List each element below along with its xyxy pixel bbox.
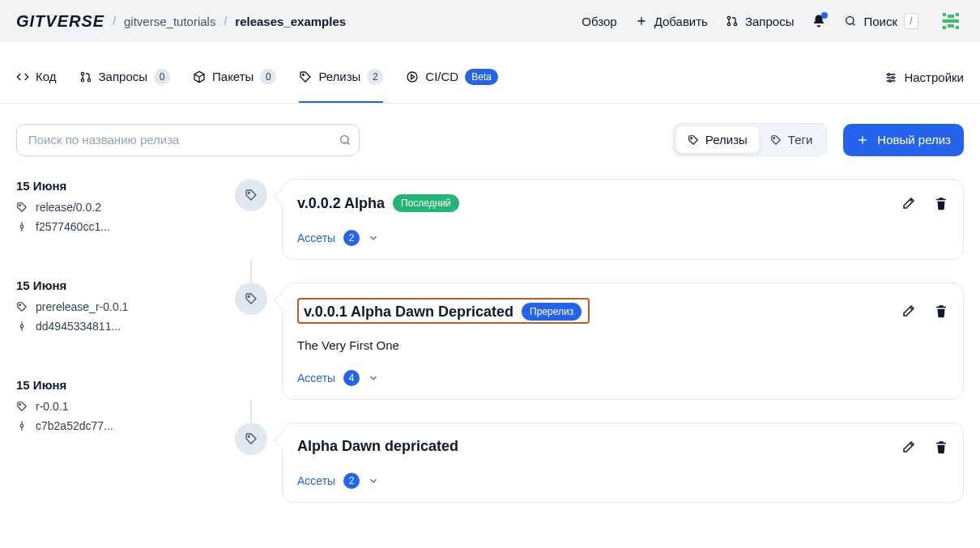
release-card: v.0.0.1 Alpha Dawn Depricated Пререлиз T… xyxy=(282,282,964,400)
release-search xyxy=(16,124,360,156)
breadcrumb-repo[interactable]: releases_examples xyxy=(235,15,346,28)
pull-request-icon xyxy=(726,15,739,28)
release-item: Alpha Dawn depricated Ассеты 2 xyxy=(235,423,964,503)
svg-rect-10 xyxy=(943,26,946,29)
svg-point-18 xyxy=(893,76,895,79)
tab-releases[interactable]: Релизы 2 xyxy=(299,52,383,103)
new-release-label: Новый релиз xyxy=(877,133,951,147)
svg-point-27 xyxy=(19,404,21,406)
tab-packages[interactable]: Пакеты 0 xyxy=(193,52,276,103)
svg-point-13 xyxy=(81,79,83,81)
svg-point-21 xyxy=(691,137,692,138)
nav-add[interactable]: Добавить xyxy=(635,15,708,28)
assets-label: Ассеты xyxy=(297,474,335,487)
svg-rect-9 xyxy=(948,24,954,28)
tab-cicd-badge: Beta xyxy=(465,69,498,85)
assets-count: 4 xyxy=(343,370,360,386)
settings-icon xyxy=(884,71,897,84)
svg-point-1 xyxy=(727,23,730,25)
delete-button[interactable] xyxy=(934,304,948,318)
release-tag[interactable]: prerelease_r-0.0.1 xyxy=(16,300,202,313)
breadcrumb: GITVERSE / gitverse_tutorials / releases… xyxy=(16,12,346,31)
avatar[interactable] xyxy=(936,6,965,36)
release-date: 15 Июня xyxy=(16,278,202,292)
pull-request-icon xyxy=(79,70,92,83)
status-badge: Последний xyxy=(393,194,459,212)
tab-code[interactable]: Код xyxy=(16,52,57,103)
svg-point-0 xyxy=(727,16,730,19)
svg-rect-7 xyxy=(948,15,954,18)
release-item: v.0.0.1 Alpha Dawn Depricated Пререлиз T… xyxy=(235,282,964,400)
release-card: Alpha Dawn depricated Ассеты 2 xyxy=(282,423,964,503)
release-description: The Very First One xyxy=(297,338,948,352)
svg-point-19 xyxy=(889,79,892,82)
new-release-button[interactable]: Новый релиз xyxy=(843,124,964,156)
tag-icon xyxy=(16,202,28,213)
release-search-input[interactable] xyxy=(16,124,360,156)
release-tag[interactable]: r-0.0.1 xyxy=(16,400,202,413)
tab-cicd[interactable]: CI/CD Beta xyxy=(406,52,498,103)
tab-releases-count: 2 xyxy=(367,69,383,85)
assets-toggle[interactable]: Ассеты 2 xyxy=(297,473,379,489)
assets-toggle[interactable]: Ассеты 2 xyxy=(297,230,379,246)
edit-button[interactable] xyxy=(901,440,916,454)
svg-point-29 xyxy=(248,192,249,193)
logo[interactable]: GITVERSE xyxy=(16,12,104,31)
release-commit[interactable]: dd4945334811... xyxy=(16,320,202,333)
assets-toggle[interactable]: Ассеты 4 xyxy=(297,370,379,386)
release-commit[interactable]: f2577460cc1... xyxy=(16,220,202,233)
search-button[interactable]: Поиск / xyxy=(844,13,918,29)
segmented-releases[interactable]: Релизы xyxy=(676,126,759,153)
delete-button[interactable] xyxy=(934,196,948,210)
svg-rect-5 xyxy=(943,13,946,16)
svg-point-28 xyxy=(20,424,23,427)
svg-rect-11 xyxy=(956,26,959,29)
release-meta-sidebar: 15 Июня release/0.0.2 f2577460cc1... 15 … xyxy=(16,179,202,503)
tab-code-label: Код xyxy=(36,70,57,83)
delete-button[interactable] xyxy=(934,440,948,454)
release-tag[interactable]: release/0.0.2 xyxy=(16,201,202,214)
tab-requests[interactable]: Запросы 0 xyxy=(79,52,171,103)
assets-label: Ассеты xyxy=(297,372,335,384)
timeline-tag-icon xyxy=(235,282,267,315)
nav-requests[interactable]: Запросы xyxy=(726,15,795,28)
edit-button[interactable] xyxy=(901,196,916,210)
breadcrumb-org[interactable]: gitverse_tutorials xyxy=(124,15,215,28)
release-commit-hash: f2577460cc1... xyxy=(36,220,110,233)
svg-point-24 xyxy=(20,225,23,228)
commit-icon xyxy=(16,221,28,232)
tab-packages-label: Пакеты xyxy=(212,70,254,83)
segmented-tags[interactable]: Теги xyxy=(759,126,824,153)
svg-point-2 xyxy=(734,23,736,25)
tag-icon xyxy=(16,401,28,412)
release-tag-label: r-0.0.1 xyxy=(36,400,68,413)
release-commit[interactable]: c7b2a52dc77... xyxy=(16,419,202,432)
chevron-down-icon xyxy=(368,372,379,384)
repo-tabs: Код Запросы 0 Пакеты 0 Релизы 2 xyxy=(0,52,980,104)
edit-button[interactable] xyxy=(901,304,916,318)
release-title[interactable]: v.0.0.1 Alpha Dawn Depricated xyxy=(304,304,513,321)
segmented-releases-tags: Релизы Теги xyxy=(673,123,828,156)
release-title[interactable]: v.0.0.2 Alpha xyxy=(297,195,385,212)
svg-point-16 xyxy=(407,72,417,82)
release-commit-hash: dd4945334811... xyxy=(36,320,121,333)
search-shortcut: / xyxy=(904,13,918,29)
chevron-down-icon xyxy=(368,232,379,244)
notifications-button[interactable] xyxy=(812,14,826,28)
search-icon xyxy=(844,15,857,28)
tab-settings[interactable]: Настройки xyxy=(884,70,964,84)
release-date: 15 Июня xyxy=(16,378,202,392)
timeline-tag-icon xyxy=(235,179,267,211)
search-icon[interactable] xyxy=(339,124,352,156)
tab-releases-label: Релизы xyxy=(318,70,360,83)
svg-point-14 xyxy=(87,79,90,81)
nav-overview[interactable]: Обзор xyxy=(582,15,616,28)
svg-point-15 xyxy=(303,74,305,75)
segmented-releases-label: Релизы xyxy=(705,133,748,147)
release-commit-hash: c7b2a52dc77... xyxy=(36,419,113,432)
svg-point-12 xyxy=(81,72,83,74)
release-tag-label: release/0.0.2 xyxy=(36,201,101,214)
release-title[interactable]: Alpha Dawn depricated xyxy=(297,438,458,455)
release-meta: 15 Июня r-0.0.1 c7b2a52dc77... xyxy=(16,378,202,432)
tab-cicd-label: CI/CD xyxy=(425,70,458,83)
